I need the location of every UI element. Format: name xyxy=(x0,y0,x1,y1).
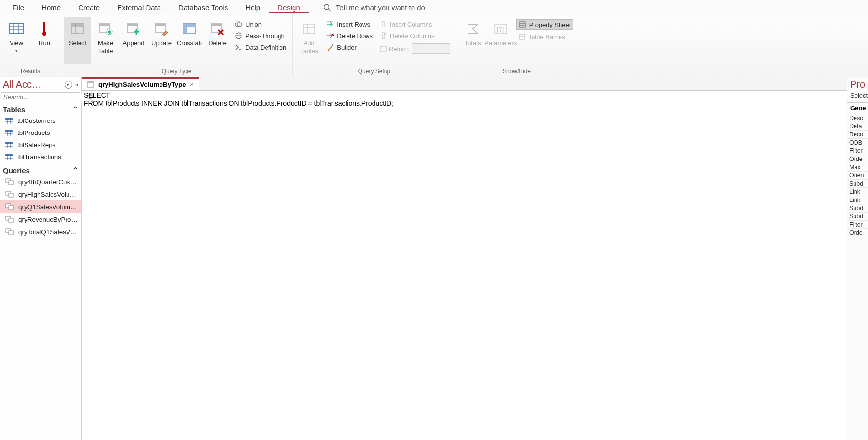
tell-me-search[interactable]: Tell me what you want to do xyxy=(323,3,425,12)
nav-search[interactable] xyxy=(1,92,80,102)
delete-rows-icon xyxy=(326,32,334,40)
nav-item-label: qryQ1SalesVolum… xyxy=(18,203,77,211)
svg-rect-78 xyxy=(9,231,13,235)
svg-point-0 xyxy=(324,4,329,9)
nav-table-tblsalesreps[interactable]: tblSalesReps xyxy=(0,139,81,151)
document-tab-title: qryHighSalesVolumeByType xyxy=(98,81,186,88)
append-button[interactable]: Append xyxy=(120,17,147,64)
prop-row[interactable]: Link xyxy=(847,196,868,204)
tab-database-tools[interactable]: Database Tools xyxy=(170,1,237,13)
svg-rect-23 xyxy=(183,24,196,27)
search-input[interactable] xyxy=(1,93,87,102)
svg-rect-36 xyxy=(332,44,333,46)
update-label: Update xyxy=(151,40,172,47)
make-table-button[interactable]: ✱ Make Table xyxy=(92,17,119,64)
ribbon: View ▾ Run Results Select ✱ Make Table A… xyxy=(0,15,868,77)
results-group-label: Results xyxy=(3,67,58,76)
union-button[interactable]: Union xyxy=(233,19,288,29)
pass-through-button[interactable]: Pass-Through xyxy=(233,31,288,40)
svg-rect-74 xyxy=(9,206,13,210)
insert-columns-label: Insert Columns xyxy=(390,21,432,28)
prop-row[interactable]: Orde xyxy=(847,155,868,163)
sql-editor[interactable]: SELECT FROM tblProducts INNER JOIN tblTr… xyxy=(82,91,868,440)
add-tables-button: Add Tables xyxy=(295,17,322,64)
tab-design[interactable]: Design xyxy=(269,1,309,13)
prop-row[interactable]: Desc xyxy=(847,114,868,122)
prop-row[interactable]: Max xyxy=(847,163,868,172)
svg-rect-65 xyxy=(5,154,13,156)
prop-row[interactable]: Subd xyxy=(847,180,868,188)
prop-row[interactable]: Link xyxy=(847,188,868,196)
delete-button[interactable]: Delete xyxy=(204,17,231,64)
tab-create[interactable]: Create xyxy=(69,1,108,13)
nav-table-tblcustomers[interactable]: tblCustomers xyxy=(0,115,81,127)
svg-rect-7 xyxy=(43,22,45,32)
svg-rect-42 xyxy=(520,22,525,27)
run-button[interactable]: Run xyxy=(31,17,58,64)
prop-row[interactable]: Subd xyxy=(847,213,868,221)
sql-line-1: SELECT xyxy=(84,92,112,99)
svg-rect-76 xyxy=(9,218,13,222)
tab-home[interactable]: Home xyxy=(33,1,69,13)
property-sheet-button[interactable]: Property Sheet xyxy=(516,19,574,30)
prop-row[interactable]: Defa xyxy=(847,122,868,131)
nav-item-label: tblSalesReps xyxy=(17,141,56,148)
crosstab-button[interactable]: Crosstab xyxy=(176,17,203,64)
svg-line-1 xyxy=(328,9,331,11)
add-tables-label: Add Tables xyxy=(300,40,318,54)
pass-through-label: Pass-Through xyxy=(245,32,285,40)
delete-rows-button[interactable]: Delete Rows xyxy=(324,31,374,40)
insert-columns-icon xyxy=(379,20,387,28)
nav-query-qry4thquarter[interactable]: qry4thQuarterCus… xyxy=(0,175,81,188)
tab-file[interactable]: File xyxy=(4,1,33,13)
insert-rows-label: Insert Rows xyxy=(337,21,370,28)
nav-title[interactable]: All Acc… xyxy=(3,79,65,90)
ribbon-group-query-type: Select ✱ Make Table Append Update Crosst… xyxy=(61,15,293,77)
tab-external-data[interactable]: External Data xyxy=(108,1,170,13)
run-label: Run xyxy=(39,40,50,47)
svg-rect-10 xyxy=(71,24,84,27)
view-button[interactable]: View ▾ xyxy=(3,17,30,64)
nav-query-qryq1salesvolume[interactable]: qryQ1SalesVolum… xyxy=(0,200,81,213)
builder-button[interactable]: Builder xyxy=(324,42,374,52)
svg-rect-80 xyxy=(87,81,94,83)
tab-help[interactable]: Help xyxy=(237,1,269,13)
document-tab-active[interactable]: qryHighSalesVolumeByType × xyxy=(82,77,199,90)
run-icon xyxy=(37,21,52,37)
insert-rows-button[interactable]: Insert Rows xyxy=(324,19,374,29)
prop-row[interactable]: ODB xyxy=(847,139,868,147)
tables-section-header[interactable]: Tables ⌃ xyxy=(0,102,81,115)
nav-menu-icon[interactable]: ▾ xyxy=(65,81,72,89)
nav-query-qrytotalq1sales[interactable]: qryTotalQ1SalesV… xyxy=(0,226,81,238)
prop-row[interactable]: Reco xyxy=(847,131,868,139)
parameters-icon: [?] xyxy=(493,21,508,37)
nav-query-qryhighsalesvolume[interactable]: qryHighSalesVolu… xyxy=(0,188,81,200)
add-tables-icon xyxy=(301,21,317,37)
append-icon xyxy=(126,21,141,37)
nav-table-tbltransactions[interactable]: tblTransactions xyxy=(0,151,81,163)
nav-header: All Acc… ▾ « xyxy=(0,77,81,92)
select-button[interactable]: Select xyxy=(64,17,91,64)
prop-row[interactable]: Orien xyxy=(847,172,868,180)
select-icon xyxy=(70,21,85,37)
data-definition-button[interactable]: Data Definition xyxy=(233,42,288,52)
close-tab-button[interactable]: × xyxy=(190,80,194,88)
prop-row[interactable]: Filter xyxy=(847,147,868,155)
prop-row[interactable]: Filter xyxy=(847,221,868,229)
nav-collapse-icon[interactable]: « xyxy=(75,81,79,88)
table-icon xyxy=(5,118,13,124)
svg-point-8 xyxy=(42,32,46,36)
update-button[interactable]: Update xyxy=(148,17,175,64)
property-sheet-tab[interactable]: Gene xyxy=(847,102,868,114)
totals-button: Totals xyxy=(459,17,486,64)
nav-query-qryrevenuebyproduct[interactable]: qryRevenueByPro… xyxy=(0,213,81,226)
tables-header-label: Tables xyxy=(3,106,25,114)
queries-section-header[interactable]: Queries ⌃ xyxy=(0,163,81,175)
prop-row[interactable]: Subd xyxy=(847,204,868,213)
svg-text:[?]: [?] xyxy=(497,26,505,33)
nav-table-tblproducts[interactable]: tblProducts xyxy=(0,127,81,139)
collapse-icon: ⌃ xyxy=(72,105,79,114)
nav-item-label: tblTransactions xyxy=(17,153,61,160)
prop-row[interactable]: Orde xyxy=(847,229,868,237)
svg-rect-50 xyxy=(5,118,13,120)
